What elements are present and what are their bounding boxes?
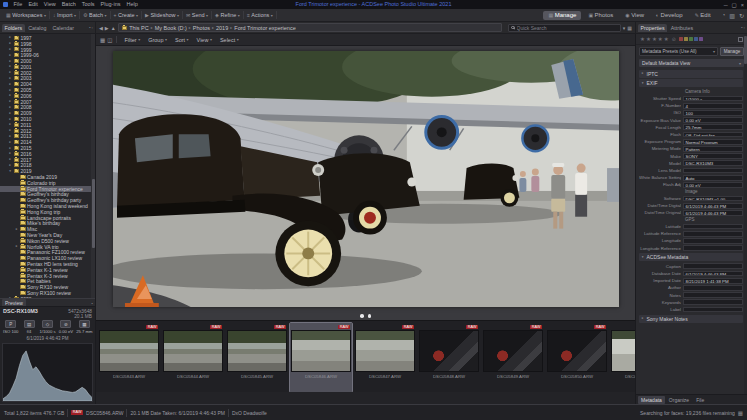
expand-arrow-icon[interactable]: ▸	[9, 134, 13, 139]
filmstrip-thumbnail[interactable]: RAWDSC05847.ARW	[354, 323, 416, 392]
no-rating-icon[interactable]: ⊘	[672, 36, 676, 42]
field-value[interactable]: 100	[683, 110, 743, 116]
maximize-button[interactable]: ▢	[732, 2, 737, 8]
import-button[interactable]: ↓Import▾	[50, 11, 80, 19]
mode-tab-develop[interactable]: ◐Develop	[651, 11, 688, 20]
field-value[interactable]: 6/1/2019 4:46:43 PM	[683, 203, 743, 209]
expand-arrow-icon[interactable]: ▸	[9, 128, 13, 133]
breadcrumb-segment[interactable]: Ford Trimotor experience	[234, 25, 295, 31]
mode-tab-view[interactable]: ◉View	[620, 11, 649, 20]
slideshow-button[interactable]: ▶Slideshow▾	[142, 11, 183, 19]
tab-preview[interactable]: Preview	[2, 299, 26, 306]
field-value[interactable]: Off, Did not fire	[683, 132, 743, 138]
filmstrip-thumbnail[interactable]: RAWDSC05845.ARW	[226, 323, 288, 392]
search-input[interactable]	[517, 25, 618, 31]
field-value[interactable]: Normal Program	[683, 139, 743, 145]
expand-arrow-icon[interactable]: ▸	[9, 64, 13, 69]
pin-icon[interactable]: ▪	[92, 301, 93, 306]
field-value[interactable]	[683, 238, 743, 244]
workspaces-button[interactable]: ▦Workspaces▾	[3, 11, 50, 19]
field-value[interactable]	[683, 168, 743, 174]
color-label-swatch[interactable]	[684, 37, 688, 41]
expand-arrow-icon[interactable]: ▸	[9, 76, 13, 81]
field-value[interactable]: 6/1/2019 4:46:43 PM	[683, 271, 743, 277]
close-button[interactable]: ×	[741, 2, 744, 8]
breadcrumb-segment[interactable]: This PC	[129, 25, 149, 31]
expand-arrow-icon[interactable]: ▸	[9, 157, 13, 162]
rating-star-icon[interactable]: ★	[640, 36, 645, 42]
color-label-swatch[interactable]	[694, 37, 698, 41]
refine-button[interactable]: ◈Refine▾	[212, 11, 244, 19]
field-value[interactable]	[683, 292, 743, 298]
filmstrip-thumbnail[interactable]: RAWDSC05851.ARW	[610, 323, 635, 392]
pin-icon[interactable]: ▪	[89, 25, 90, 30]
filter-menu-button[interactable]: Filter▾	[121, 37, 143, 43]
rating-star-icon[interactable]: ★	[658, 36, 663, 42]
tab-metadata[interactable]: Metadata	[638, 396, 665, 404]
field-value[interactable]	[683, 224, 743, 230]
quick-search[interactable]	[508, 24, 621, 32]
forward-icon[interactable]: ▶	[105, 25, 109, 31]
field-value[interactable]: 6/1/2019 4:46:43 PM	[683, 210, 743, 216]
expand-arrow-icon[interactable]: ▸	[9, 151, 13, 156]
tab-folders[interactable]: Folders	[2, 24, 25, 32]
color-label-swatch[interactable]	[679, 37, 683, 41]
autohide-icon[interactable]: ▫	[92, 25, 93, 30]
expand-arrow-icon[interactable]: ▸	[9, 93, 13, 98]
breadcrumb-segment[interactable]: Photos	[193, 25, 210, 31]
actions-button[interactable]: ≡Actions▾	[244, 11, 277, 19]
mode-tab-edit[interactable]: ✎Edit	[690, 11, 716, 20]
tree-scrollbar-thumb[interactable]	[92, 179, 95, 248]
expand-arrow-icon[interactable]: ▸	[9, 105, 13, 110]
field-value[interactable]: 1/1000 s	[683, 96, 743, 102]
menu-help[interactable]: Help	[125, 0, 139, 9]
field-value[interactable]	[683, 307, 743, 313]
expand-arrow-icon[interactable]: ▸	[9, 111, 13, 116]
filmstrip-thumbnail[interactable]: RAWDSC05844.ARW	[162, 323, 224, 392]
expand-arrow-icon[interactable]: ▾	[9, 169, 13, 174]
expand-arrow-icon[interactable]: ▸	[9, 296, 13, 298]
metadata-preset-dropdown[interactable]: Metadata Presets (Use All) ▾	[639, 47, 718, 56]
color-label-swatch[interactable]	[699, 37, 703, 41]
send-button[interactable]: ✉Send▾	[183, 11, 212, 19]
tree-item[interactable]: ▸2020	[0, 296, 95, 298]
filmstrip-thumbnail[interactable]: RAWDSC05846.ARW	[290, 323, 352, 392]
sync-icon[interactable]: ↻	[739, 12, 744, 19]
menu-view[interactable]: View	[42, 0, 57, 9]
expand-arrow-icon[interactable]: ▸	[9, 35, 13, 40]
filmstrip-thumbnail[interactable]: RAWDSC05843.ARW	[98, 323, 160, 392]
sort-menu-button[interactable]: Sort▾	[172, 37, 192, 43]
activity-icon[interactable]: ▥	[729, 12, 735, 19]
field-value[interactable]: 4	[683, 103, 743, 109]
expand-arrow-icon[interactable]: ▸	[9, 122, 13, 127]
tab-organize[interactable]: Organize	[666, 396, 692, 404]
expand-arrow-icon[interactable]: ▸	[9, 41, 13, 46]
group-menu-button[interactable]: Group▾	[145, 37, 170, 43]
filmstrip-thumbnail[interactable]: RAWDSC05850.ARW	[546, 323, 608, 392]
expand-arrow-icon[interactable]: ▸	[15, 244, 19, 249]
color-label-swatch[interactable]	[689, 37, 693, 41]
tag-checkbox[interactable]	[738, 37, 743, 42]
expand-arrow-icon[interactable]: ▸	[9, 140, 13, 145]
rating-star-icon[interactable]: ★	[652, 36, 657, 42]
expand-arrow-icon[interactable]: ▸	[9, 53, 13, 58]
batch-button[interactable]: ⚙Batch▾	[80, 11, 111, 19]
thumbnails-view-icon[interactable]: ▦	[100, 37, 105, 43]
tab-properties[interactable]: Properties	[638, 24, 667, 32]
breadcrumb[interactable]: This PC▸My Book (D:)▸Photos▸2019▸Ford Tr…	[118, 23, 502, 32]
field-value[interactable]: DSC-RX10M3	[683, 160, 743, 166]
field-value[interactable]: 8/21/2019 1:41:38 PM	[683, 278, 743, 284]
rating-star-icon[interactable]: ★	[664, 36, 669, 42]
pin-icon[interactable]: ▪	[741, 25, 742, 30]
minimize-button[interactable]: ─	[724, 2, 728, 8]
expand-arrow-icon[interactable]: ▸	[9, 117, 13, 122]
pagination-dot[interactable]	[360, 314, 364, 318]
menu-tools[interactable]: Tools	[80, 0, 96, 9]
mode-tab-photos[interactable]: ▣Photos	[583, 11, 618, 20]
expand-arrow-icon[interactable]: ▸	[9, 146, 13, 151]
mode-tab-manage[interactable]: ▦Manage	[543, 11, 581, 20]
expand-arrow-icon[interactable]: ▸	[9, 47, 13, 52]
tab-attributes[interactable]: Attributes	[668, 24, 695, 32]
select-menu-button[interactable]: Select▾	[217, 37, 242, 43]
section-header-sony-maker-notes[interactable]: ▸Sony Maker Notes	[639, 315, 743, 323]
